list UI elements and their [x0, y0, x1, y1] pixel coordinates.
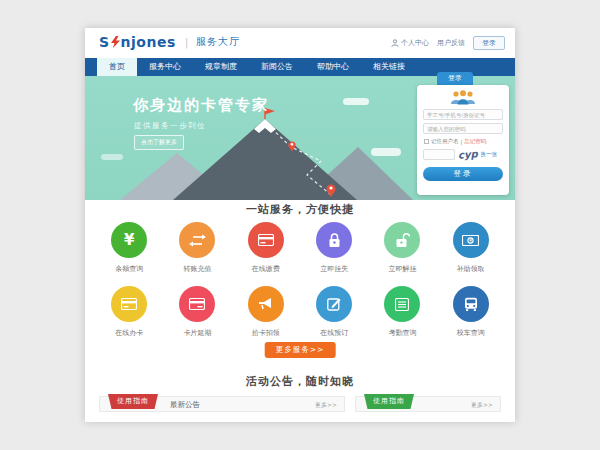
announcements-section-title: 活动公告，随时知晓: [85, 374, 515, 389]
nav-item-service-center[interactable]: 服务中心: [137, 58, 193, 76]
service-item-report-loss[interactable]: 立即挂失: [302, 222, 366, 274]
nav-item-links[interactable]: 相关链接: [361, 58, 417, 76]
personal-center-label: 个人中心: [401, 38, 429, 48]
remember-checkbox[interactable]: [424, 139, 429, 144]
service-label: 考勤查询: [370, 328, 434, 338]
megaphone-icon[interactable]: [248, 286, 284, 322]
edit-pencil-icon[interactable]: [316, 286, 352, 322]
service-label: 卡片延期: [165, 328, 229, 338]
service-label: 拾卡招领: [234, 328, 298, 338]
service-label: 校车查询: [439, 328, 503, 338]
service-item-transfer[interactable]: 转账充值: [165, 222, 229, 274]
service-item-booking[interactable]: 在线预订: [302, 286, 366, 338]
header-login-button[interactable]: 登录: [473, 36, 505, 50]
nav-item-rules[interactable]: 规章制度: [193, 58, 249, 76]
services-row-1: ¥ 余额查询 转账充值 在线缴费 立即挂失 立即解挂: [95, 222, 505, 274]
latest-announcements-tab[interactable]: 最新公告: [170, 397, 200, 412]
remember-label: 记住用户名: [431, 138, 459, 145]
logo-text-s: S: [99, 34, 110, 50]
captcha-input[interactable]: [423, 149, 455, 160]
nav-item-home[interactable]: 首页: [97, 58, 137, 76]
page: S njones | 服务大厅 个人中心 用户反馈 登录 首页 服务中心 规章制…: [85, 28, 515, 422]
services-row-2: 在线办卡 卡片延期 拾卡招领 在线预订 考勤查询: [95, 286, 505, 338]
service-label: 在线预订: [302, 328, 366, 338]
list-icon[interactable]: [384, 286, 420, 322]
header: S njones | 服务大厅 个人中心 用户反馈 登录: [85, 28, 515, 58]
service-item-attendance[interactable]: 考勤查询: [370, 286, 434, 338]
service-item-unfreeze[interactable]: 立即解挂: [370, 222, 434, 274]
captcha-refresh-link[interactable]: 换一张: [481, 151, 498, 158]
bank-card-icon[interactable]: [248, 222, 284, 258]
left-more-link[interactable]: 更多>>: [315, 397, 337, 412]
service-label: 转账充值: [165, 264, 229, 274]
announcements-left-panel: 使用指南 最新公告 更多>>: [99, 396, 345, 412]
logo[interactable]: S njones | 服务大厅: [99, 34, 240, 50]
users-group-icon: [423, 89, 503, 106]
service-label: 余额查询: [97, 264, 161, 274]
hero-cta-button[interactable]: 点击了解更多: [134, 135, 184, 150]
header-actions: 个人中心 用户反馈 登录: [391, 36, 505, 50]
login-tab[interactable]: 登录: [437, 72, 473, 85]
banknote-icon[interactable]: ¥: [453, 222, 489, 258]
service-item-subsidy[interactable]: ¥ 补助领取: [439, 222, 503, 274]
svg-text:¥: ¥: [469, 237, 472, 243]
service-item-balance[interactable]: ¥ 余额查询: [97, 222, 161, 274]
service-label: 立即解挂: [370, 264, 434, 274]
cloud-shape: [101, 154, 123, 160]
captcha-image[interactable]: cyp: [458, 148, 478, 160]
user-icon: [391, 39, 399, 47]
service-label: 在线办卡: [97, 328, 161, 338]
hero-title: 你身边的卡管专家: [133, 96, 269, 115]
bank-card-icon[interactable]: [179, 286, 215, 322]
lightning-bolt-icon: [111, 36, 120, 48]
service-item-school-bus[interactable]: 校车查询: [439, 286, 503, 338]
personal-center-link[interactable]: 个人中心: [391, 38, 429, 48]
service-label: 立即挂失: [302, 264, 366, 274]
login-panel: 记住用户名 | 忘记密码 cyp 换一张 登录: [417, 85, 509, 195]
logo-text-njones: njones: [121, 34, 176, 50]
lock-open-icon[interactable]: [384, 222, 420, 258]
right-ribbon-tab[interactable]: 使用指南: [364, 394, 414, 409]
left-ribbon-tab[interactable]: 使用指南: [108, 394, 158, 409]
bus-icon[interactable]: [453, 286, 489, 322]
service-item-lost-found[interactable]: 拾卡招领: [234, 286, 298, 338]
password-input[interactable]: [423, 123, 503, 134]
bank-card-icon[interactable]: [111, 286, 147, 322]
service-item-apply-card[interactable]: 在线办卡: [97, 286, 161, 338]
service-label: 在线缴费: [234, 264, 298, 274]
logo-divider: |: [185, 36, 189, 49]
separator: |: [461, 139, 463, 145]
login-submit-button[interactable]: 登录: [423, 167, 503, 181]
cloud-shape: [343, 98, 369, 105]
feedback-label: 用户反馈: [437, 38, 465, 48]
cloud-shape: [371, 148, 401, 156]
lock-closed-icon[interactable]: [316, 222, 352, 258]
service-item-card-extend[interactable]: 卡片延期: [165, 286, 229, 338]
nav-item-help-center[interactable]: 帮助中心: [305, 58, 361, 76]
forgot-password-link[interactable]: 忘记密码: [464, 138, 486, 145]
nav-item-news[interactable]: 新闻公告: [249, 58, 305, 76]
right-more-link[interactable]: 更多>>: [471, 397, 493, 412]
service-label: 补助领取: [439, 264, 503, 274]
services-section-title: 一站服务，方便快捷: [85, 202, 515, 217]
transfer-arrows-icon[interactable]: [179, 222, 215, 258]
service-item-pay[interactable]: 在线缴费: [234, 222, 298, 274]
more-services-button[interactable]: 更多服务>>: [265, 342, 336, 358]
yen-icon[interactable]: ¥: [111, 222, 147, 258]
guide-right-panel: 使用指南 更多>>: [355, 396, 501, 412]
username-input[interactable]: [423, 109, 503, 120]
feedback-link[interactable]: 用户反馈: [437, 38, 465, 48]
mountains-illustration: [115, 105, 415, 200]
hero-subtitle: 提供服务一步到位: [134, 121, 206, 131]
site-name: 服务大厅: [196, 35, 240, 49]
